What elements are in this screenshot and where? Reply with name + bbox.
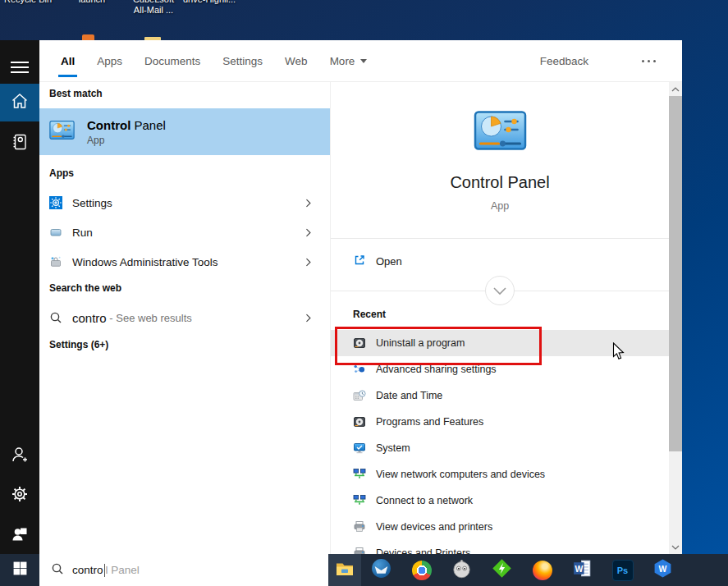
recent-item-date-and-time[interactable]: Date and Time bbox=[331, 382, 669, 409]
search-tabs: All Apps Documents Settings Web More Fee… bbox=[39, 40, 682, 82]
preview-app-subtitle: App bbox=[331, 200, 669, 212]
scrollbar-thumb[interactable] bbox=[669, 96, 682, 451]
wps-icon: W bbox=[652, 558, 673, 582]
file-explorer-icon bbox=[335, 559, 355, 582]
scrollbar-down-arrow[interactable] bbox=[669, 540, 682, 554]
divider bbox=[331, 238, 669, 239]
tab-web[interactable]: Web bbox=[285, 40, 308, 81]
photoshop-icon: Ps bbox=[612, 560, 634, 581]
text-caret bbox=[104, 564, 105, 577]
hamburger-icon bbox=[11, 61, 29, 77]
taskbar-chrome[interactable] bbox=[401, 554, 442, 586]
word-icon: W bbox=[572, 558, 593, 582]
tab-documents[interactable]: Documents bbox=[144, 40, 200, 81]
taskbar-emulator-app[interactable] bbox=[442, 554, 482, 586]
start-left-rail bbox=[0, 40, 39, 554]
network-icon bbox=[353, 468, 366, 481]
hamburger-menu-button[interactable] bbox=[0, 50, 39, 88]
taskbar: control Panel bbox=[0, 554, 728, 586]
tab-settings[interactable]: Settings bbox=[222, 40, 263, 81]
chevron-right-icon[interactable] bbox=[303, 313, 314, 323]
chevron-right-icon[interactable] bbox=[303, 227, 314, 238]
recent-header: Recent bbox=[353, 309, 386, 320]
thunderbird-icon bbox=[371, 558, 391, 582]
recent-item-view-devices-printers[interactable]: View devices and printers bbox=[331, 514, 669, 540]
accounts-icon bbox=[10, 524, 30, 547]
printer-icon bbox=[353, 520, 366, 533]
taskbar-wps[interactable]: W bbox=[643, 554, 683, 586]
chrome-icon bbox=[412, 561, 432, 580]
web-search-item[interactable]: contro - See web results bbox=[39, 303, 330, 332]
taskbar-file-explorer[interactable] bbox=[328, 554, 361, 586]
date-time-icon bbox=[353, 389, 366, 402]
journal-icon bbox=[10, 132, 30, 155]
more-options-icon[interactable] bbox=[642, 40, 656, 81]
taskbar-photoshop[interactable]: Ps bbox=[602, 554, 643, 586]
recent-item-view-network-computers[interactable]: View network computers and devices bbox=[331, 461, 669, 488]
rail-add-user-button[interactable] bbox=[0, 437, 39, 475]
preview-app-title: Control Panel bbox=[331, 173, 669, 192]
gear-icon bbox=[10, 484, 30, 507]
desktop-icon-label[interactable]: drive-Highli... bbox=[181, 0, 237, 5]
svg-text:W: W bbox=[659, 565, 667, 574]
recent-item-uninstall-a-program[interactable]: Uninstall a program bbox=[331, 330, 669, 356]
chevron-right-icon[interactable] bbox=[303, 257, 314, 268]
web-header: Search the web bbox=[49, 282, 121, 294]
recent-item-advanced-sharing[interactable]: Advanced sharing settings bbox=[331, 356, 669, 382]
settings-app-icon bbox=[49, 196, 62, 209]
chevron-down-icon bbox=[360, 59, 367, 63]
firefox-icon bbox=[533, 561, 552, 580]
taskbar-word[interactable]: W bbox=[562, 554, 602, 586]
control-panel-icon bbox=[49, 121, 75, 143]
feedback-button[interactable]: Feedback bbox=[540, 40, 588, 81]
recent-item-connect-to-network[interactable]: Connect to a network bbox=[331, 488, 669, 514]
best-match-control-panel[interactable]: Control Panel App bbox=[39, 108, 330, 155]
desktop-icon-label[interactable]: CubeLsoft All-Mail ... bbox=[126, 0, 181, 16]
home-icon bbox=[10, 91, 30, 114]
start-button[interactable] bbox=[0, 554, 39, 586]
desktop-icon-label[interactable]: launch bbox=[64, 0, 120, 5]
open-action[interactable]: Open bbox=[331, 246, 669, 276]
open-icon bbox=[353, 254, 366, 269]
tab-apps[interactable]: Apps bbox=[97, 40, 122, 81]
best-match-title: Control Panel bbox=[87, 118, 166, 132]
windows-desktop: Recycle Bin launch CubeLsoft All-Mail ..… bbox=[0, 0, 728, 586]
rail-accounts-button[interactable] bbox=[0, 516, 39, 554]
rail-settings-button[interactable] bbox=[0, 477, 39, 515]
network-icon bbox=[353, 494, 366, 507]
best-match-header: Best match bbox=[49, 88, 103, 99]
search-suggestion-text: l Panel bbox=[106, 564, 140, 576]
search-typed-text: contro bbox=[72, 564, 103, 576]
tab-more[interactable]: More bbox=[330, 40, 368, 81]
robot-app-icon bbox=[451, 558, 472, 582]
search-icon bbox=[49, 311, 62, 324]
admin-tools-icon bbox=[49, 255, 62, 268]
app-item-admin-tools[interactable]: Windows Administrative Tools bbox=[39, 247, 330, 277]
chevron-right-icon[interactable] bbox=[303, 198, 314, 208]
apps-header: Apps bbox=[49, 167, 74, 179]
app-item-run[interactable]: Run bbox=[39, 217, 330, 247]
programs-icon bbox=[353, 415, 366, 428]
recent-item-system[interactable]: System bbox=[331, 435, 669, 461]
desktop-icon-label[interactable]: Recycle Bin bbox=[0, 0, 56, 5]
taskbar-thunderbird[interactable] bbox=[361, 554, 401, 586]
tab-all[interactable]: All bbox=[61, 40, 75, 81]
expand-results-button[interactable] bbox=[484, 275, 515, 309]
green-diamond-icon bbox=[492, 558, 512, 582]
web-search-suffix: - See web results bbox=[107, 312, 192, 324]
taskbar-search-input[interactable]: control Panel bbox=[39, 554, 328, 586]
run-app-icon bbox=[49, 226, 62, 239]
taskbar-firefox[interactable] bbox=[522, 554, 562, 586]
rail-journal-button[interactable] bbox=[0, 125, 39, 163]
rail-home-button[interactable] bbox=[0, 84, 39, 121]
recent-item-programs-and-features[interactable]: Programs and Features bbox=[331, 409, 669, 435]
scrollbar-up-arrow[interactable] bbox=[669, 82, 682, 96]
add-user-icon bbox=[10, 445, 30, 468]
system-icon bbox=[353, 442, 366, 455]
control-panel-large-icon bbox=[474, 111, 527, 153]
taskbar-green-app[interactable] bbox=[482, 554, 522, 586]
best-match-subtitle: App bbox=[87, 135, 166, 146]
windows-logo-icon bbox=[12, 561, 28, 579]
app-item-settings[interactable]: Settings bbox=[39, 188, 330, 217]
settings-results-header: Settings (6+) bbox=[49, 339, 108, 350]
